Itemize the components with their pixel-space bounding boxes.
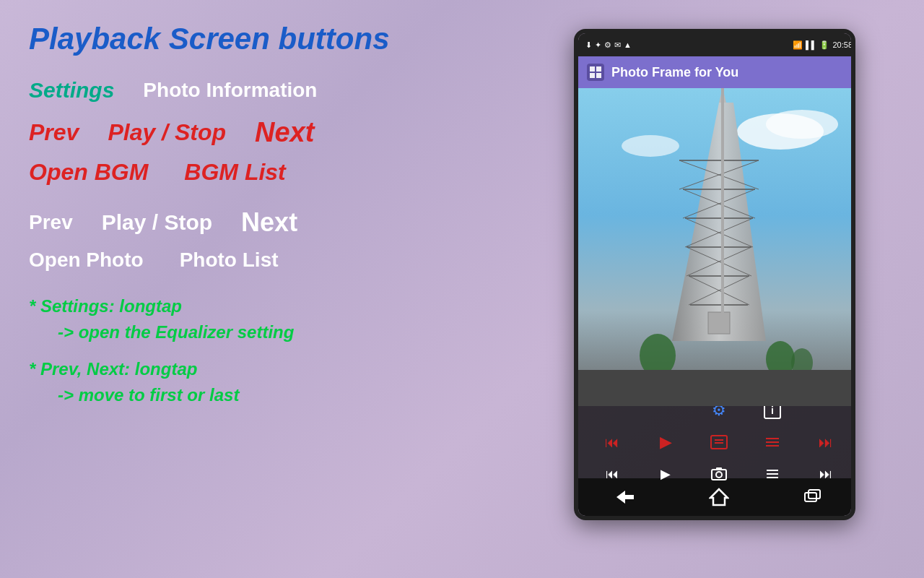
play-stop-button-1[interactable]: Play / Stop <box>108 119 226 146</box>
camera-ctrl-icon[interactable] <box>706 461 732 487</box>
svg-rect-1 <box>596 66 601 72</box>
prev-ctrl-icon[interactable]: ⏮ <box>599 429 625 455</box>
playback-row-2: Prev Play / Stop Next <box>29 207 476 238</box>
next-button-2[interactable]: Next <box>241 207 297 238</box>
tower-image <box>578 88 855 406</box>
note2-line1: * Prev, Next: longtap <box>29 356 476 382</box>
next-white-ctrl-icon[interactable]: ⏭ <box>813 461 839 487</box>
controls-row-bottom: ⏮ ▶ <box>578 461 855 487</box>
signal-bars-icon: ▌▌ <box>806 40 817 49</box>
svg-rect-49 <box>808 490 820 499</box>
usb-icon: ⬇ <box>585 40 592 50</box>
right-panel: ⬇ ✦ ⚙ ✉ ▲ 📶 ▌▌ 🔋 20:58 <box>505 0 924 578</box>
controls-row-middle: ⏮ ▶ <box>578 429 855 455</box>
battery-icon: 🔋 <box>819 40 829 50</box>
svg-rect-2 <box>590 73 595 78</box>
recents-nav-button[interactable] <box>795 484 831 510</box>
bgm-ctrl-icon[interactable] <box>706 429 732 455</box>
phone-mockup: ⬇ ✦ ⚙ ✉ ▲ 📶 ▌▌ 🔋 20:58 <box>574 29 855 549</box>
svg-rect-25 <box>708 312 730 334</box>
list-ctrl-icon[interactable] <box>759 429 785 455</box>
svg-marker-46 <box>616 491 634 504</box>
mail-icon: ✉ <box>614 40 621 50</box>
play-stop-button-2[interactable]: Play / Stop <box>102 210 212 235</box>
media-controls: ⚙ i ⏮ <box>578 406 855 478</box>
home-nav-button[interactable] <box>701 484 737 510</box>
back-nav-button[interactable] <box>607 484 643 510</box>
svg-rect-0 <box>590 66 595 72</box>
photo-display <box>578 88 855 406</box>
settings-status-icon: ⚙ <box>604 40 611 50</box>
prev-button-2[interactable]: Prev <box>29 211 73 234</box>
nav-bar <box>578 478 855 516</box>
wifi-icon: 📶 <box>793 40 803 50</box>
time-display: 20:58 <box>832 40 853 49</box>
notes-section: * Settings: longtap -> open the Equalize… <box>29 293 476 419</box>
phone-frame: ⬇ ✦ ⚙ ✉ ▲ 📶 ▌▌ 🔋 20:58 <box>574 29 855 520</box>
note2-line2: -> move to first or last <box>29 382 476 408</box>
battery-notify-icon: ▲ <box>624 40 632 49</box>
settings-button[interactable]: Settings <box>29 78 114 103</box>
status-left-icons: ⬇ ✦ ⚙ ✉ ▲ <box>585 40 632 50</box>
svg-point-41 <box>716 472 722 478</box>
svg-marker-47 <box>710 489 728 505</box>
svg-point-7 <box>622 135 679 157</box>
play-ctrl-icon[interactable]: ▶ <box>653 429 679 455</box>
svg-rect-31 <box>578 370 855 406</box>
status-right-icons: 📶 ▌▌ 🔋 20:58 <box>793 40 853 50</box>
play-white-ctrl-icon[interactable]: ▶ <box>653 461 679 487</box>
svg-rect-3 <box>596 73 601 78</box>
top-controls-row: Settings Photo Information <box>29 78 476 103</box>
photo-list-button[interactable]: Photo List <box>180 249 279 272</box>
list-white-ctrl-icon[interactable] <box>759 461 785 487</box>
note1-line2: -> open the Equalizer setting <box>29 319 476 345</box>
next-button-1[interactable]: Next <box>255 117 314 148</box>
prev-white-ctrl-icon[interactable]: ⏮ <box>599 461 625 487</box>
bgm-row: Open BGM BGM List <box>29 159 476 186</box>
photo-row: Open Photo Photo List <box>29 249 476 272</box>
page-title: Playback Screen buttons <box>29 22 476 56</box>
open-photo-button[interactable]: Open Photo <box>29 249 144 272</box>
app-bar: Photo Frame for You <box>578 56 855 88</box>
next-ctrl-icon[interactable]: ⏭ <box>813 429 839 455</box>
bgm-list-button[interactable]: BGM List <box>184 159 285 186</box>
app-bar-title: Photo Frame for You <box>611 65 738 80</box>
note1-line1: * Settings: longtap <box>29 293 476 319</box>
svg-rect-48 <box>805 493 816 501</box>
prev-button-1[interactable]: Prev <box>29 119 79 146</box>
status-bar: ⬇ ✦ ⚙ ✉ ▲ 📶 ▌▌ 🔋 20:58 <box>578 33 855 56</box>
svg-text:i: i <box>771 405 774 416</box>
app-icon <box>587 64 604 81</box>
playback-row-1: Prev Play / Stop Next <box>29 117 476 148</box>
photo-info-button[interactable]: Photo Information <box>143 79 317 102</box>
signal-icon: ✦ <box>595 40 601 50</box>
left-panel: Playback Screen buttons Settings Photo I… <box>0 0 505 578</box>
svg-point-6 <box>766 110 838 139</box>
open-bgm-button[interactable]: Open BGM <box>29 159 148 186</box>
svg-rect-42 <box>716 467 722 470</box>
